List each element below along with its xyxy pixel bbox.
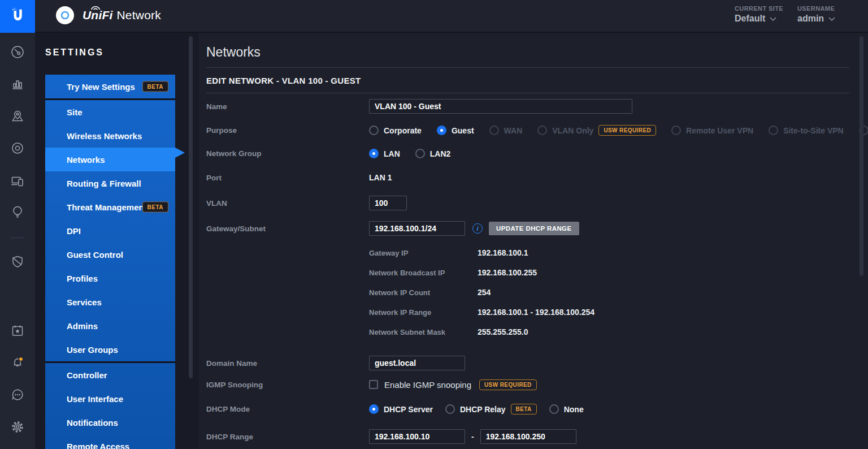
chevron-down-icon — [770, 17, 776, 21]
username-label: USERNAME — [797, 5, 835, 12]
radio-guest[interactable] — [437, 126, 446, 135]
dhcp-mode-option-server[interactable]: DHCP Server — [369, 404, 433, 414]
insights-icon — [10, 204, 25, 219]
radio-dhcp-none[interactable] — [549, 404, 559, 414]
app-title: UniFi Network — [83, 8, 161, 22]
sidebar-item-dpi[interactable]: DPI — [45, 219, 175, 243]
sidebar-item-user-interface[interactable]: User Interface — [45, 387, 175, 411]
sidebar-item-controller[interactable]: Controller — [45, 363, 175, 387]
name-input[interactable] — [369, 99, 632, 114]
notification-dot — [19, 357, 23, 361]
username-dropdown[interactable]: USERNAME admin — [797, 5, 835, 24]
rail-chat[interactable] — [10, 387, 25, 402]
ip-count-row: Network IP Count 254 — [369, 287, 849, 298]
shield-slash-icon — [10, 254, 25, 269]
gear-icon — [10, 420, 25, 434]
rail-threat-management[interactable] — [10, 254, 25, 269]
purpose-option-wan: WAN — [489, 126, 523, 135]
sidebar-item-profiles[interactable]: Profiles — [45, 266, 175, 290]
radio-dhcp-server[interactable] — [369, 404, 379, 414]
rail-map[interactable] — [10, 109, 25, 123]
current-site-label: CURRENT SITE — [735, 5, 783, 12]
clients-icon — [10, 174, 25, 188]
radio-dhcp-relay[interactable] — [445, 404, 455, 414]
sidebar-item-guest-control[interactable]: Guest Control — [45, 243, 175, 266]
purpose-label: Purpose — [206, 126, 369, 135]
settings-panel: SETTINGS Try New Settings BETA Site Wire… — [35, 33, 199, 449]
sidebar-item-networks[interactable]: Networks — [45, 148, 175, 171]
broadcast-ip-row: Network Broadcast IP 192.168.100.255 — [369, 267, 849, 278]
sidebar-item-admins[interactable]: Admins — [45, 314, 175, 338]
divider — [206, 93, 849, 93]
sidebar-item-wireless-networks[interactable]: Wireless Networks — [45, 124, 175, 148]
chevron-down-icon — [828, 17, 835, 21]
rail-clients[interactable] — [10, 174, 25, 188]
domain-name-row: Domain Name — [206, 356, 849, 370]
domain-name-input[interactable] — [369, 356, 465, 370]
gateway-input[interactable] — [369, 221, 465, 236]
rail-settings[interactable] — [10, 420, 25, 434]
rail-events[interactable] — [10, 323, 25, 338]
network-group-option-lan[interactable]: LAN — [369, 149, 400, 158]
rail-alerts[interactable] — [10, 355, 25, 369]
network-group-option-lan2[interactable]: LAN2 — [415, 149, 451, 158]
usw-required-badge: USW REQUIRED — [598, 125, 656, 136]
radio-corporate[interactable] — [369, 126, 379, 135]
sidebar-item-remote-access[interactable]: Remote Access — [45, 434, 175, 449]
content-scrollbar[interactable] — [860, 36, 863, 276]
chat-bubble-icon — [10, 387, 25, 402]
dhcp-range-end-input[interactable] — [480, 429, 576, 444]
icon-rail — [0, 33, 35, 449]
ubiquiti-logo[interactable] — [0, 0, 35, 33]
radio-lan2[interactable] — [415, 149, 425, 158]
gateway-label: Gateway/Subnet — [206, 225, 369, 233]
purpose-option-guest[interactable]: Guest — [437, 126, 474, 135]
rail-statistics[interactable] — [10, 76, 25, 91]
name-label: Name — [206, 102, 369, 111]
sidebar-item-site[interactable]: Site — [45, 100, 175, 124]
ubiquiti-u-icon — [6, 5, 29, 28]
statistics-icon — [10, 76, 25, 91]
purpose-option-corporate[interactable]: Corporate — [369, 126, 422, 135]
purpose-option-vlan-only: VLAN Only USW REQUIRED — [537, 125, 656, 136]
info-icon[interactable] — [472, 223, 483, 234]
top-bar: UniFi Network CURRENT SITE Default USERN… — [0, 0, 868, 33]
radio-wan — [489, 126, 499, 135]
rail-devices[interactable] — [10, 141, 25, 156]
sidebar-item-user-groups[interactable]: User Groups — [45, 338, 175, 361]
current-site-dropdown[interactable]: CURRENT SITE Default — [735, 5, 783, 24]
radio-lan[interactable] — [369, 149, 379, 158]
sidebar-item-services[interactable]: Services — [45, 290, 175, 314]
page-title: Networks — [206, 44, 849, 60]
igmp-checkbox[interactable] — [369, 380, 378, 389]
main-content: Networks EDIT NETWORK - VLAN 100 - GUEST… — [199, 33, 868, 449]
dhcp-range-label: DHCP Range — [206, 433, 369, 441]
igmp-label: IGMP Snooping — [206, 381, 369, 389]
igmp-checkbox-label: Enable IGMP snooping — [384, 380, 471, 390]
vlan-row: VLAN — [206, 196, 849, 210]
rail-insights[interactable] — [10, 204, 25, 219]
rail-dashboard[interactable] — [10, 45, 25, 59]
purpose-option-remote-user-vpn: Remote User VPN — [671, 126, 753, 135]
dhcp-mode-label: DHCP Mode — [206, 405, 369, 413]
dhcp-mode-option-relay[interactable]: DHCP Relay BETA — [445, 404, 537, 415]
dhcp-range-start-input[interactable] — [369, 429, 465, 444]
divider — [206, 67, 849, 68]
name-row: Name — [206, 99, 849, 114]
dhcp-mode-option-none[interactable]: None — [549, 404, 584, 414]
map-icon — [10, 109, 25, 123]
purpose-row: Purpose Corporate Guest WAN VLAN Only — [206, 125, 849, 136]
sidebar-item-routing-firewall[interactable]: Routing & Firewall — [45, 171, 175, 195]
settings-title: SETTINGS — [45, 48, 104, 58]
sidebar-item-try-new-settings[interactable]: Try New Settings BETA — [45, 75, 175, 98]
rail-divider — [10, 238, 25, 238]
igmp-row: IGMP Snooping Enable IGMP snooping USW R… — [206, 378, 849, 391]
domain-name-label: Domain Name — [206, 359, 369, 368]
settings-scrollbar[interactable] — [189, 36, 193, 378]
vlan-input[interactable] — [369, 196, 407, 210]
sidebar-item-notifications[interactable]: Notifications — [45, 411, 175, 434]
dhcp-range-separator: - — [471, 432, 474, 441]
update-dhcp-range-button[interactable]: UPDATE DHCP RANGE — [489, 222, 579, 235]
beta-badge: BETA — [142, 81, 168, 92]
sidebar-item-threat-management[interactable]: Threat Management BETA — [45, 195, 175, 219]
